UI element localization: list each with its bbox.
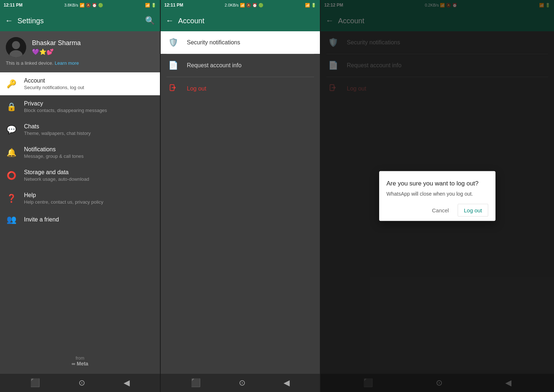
panel-settings: 12:11 PM 3.8KB/s 📶 🔕 ⏰ 🟢 📶 🔋 ← Settings … [0,0,160,392]
nav-square-icon-2[interactable]: ⬛ [191,378,201,388]
status-data-2: 2.0KB/s 📶 🔕 ⏰ 🟢 [225,3,264,8]
dialog-title: Are you sure you want to log out? [386,180,488,187]
nav-square-icon[interactable]: ⬛ [30,378,40,388]
request-text: Request account info [187,62,241,69]
account-item-request[interactable]: 📄 Request account info [161,54,320,77]
top-bar-account: ← Account [161,10,320,31]
settings-item-notifications[interactable]: 🔔 Notifications Message, group & call to… [0,141,160,164]
account-screen-title: Account [178,17,315,25]
status-icons-1: 3.8KB/s 📶 🔕 ⏰ 🟢 [64,3,104,8]
profile-emoji: 💜⭐💕 [32,48,81,55]
help-subtitle: Help centre, contact us, privacy policy [24,199,103,205]
top-bar-settings: ← Settings 🔍 [0,10,160,31]
logout-text: Log out [187,85,206,92]
search-button-1[interactable]: 🔍 [145,16,155,25]
privacy-icon: 🔒 [7,102,16,112]
settings-item-privacy[interactable]: 🔒 Privacy Block contacts, disappearing m… [0,95,160,118]
learn-more-link[interactable]: Learn more [55,60,79,66]
dialog-logout-button[interactable]: Log out [458,204,488,217]
account-item-logout[interactable]: Log out [161,77,320,100]
help-title: Help [24,192,103,199]
avatar [6,37,26,57]
account-title: Account [24,77,84,84]
logout-dialog: Are you sure you want to log out? WhatsA… [379,171,495,221]
privacy-title: Privacy [24,100,107,107]
notifications-title: Notifications [24,146,84,153]
linked-device-text: This is a linked device. Learn more [6,60,154,68]
status-bar-2: 12:11 PM 2.0KB/s 📶 🔕 ⏰ 🟢 📶 🔋 [161,0,320,10]
status-time-2: 12:11 PM [164,3,183,8]
meta-footer: from ∞ Meta [0,348,160,374]
panel-account: 12:11 PM 2.0KB/s 📶 🔕 ⏰ 🟢 📶 🔋 ← Account 🛡… [160,0,320,392]
invite-icon: 👥 [7,215,16,224]
settings-item-help[interactable]: ❓ Help Help centre, contact us, privacy … [0,187,160,210]
network-speed-1: 3.8KB/s [64,3,79,7]
account-list: 🛡️ Security notifications 📄 Request acco… [161,31,320,203]
bottom-nav-2: ⬛ ⊙ ◀ [161,374,320,392]
storage-subtitle: Network usage, auto-download [24,176,89,182]
settings-title: Settings [17,17,141,25]
status-time-1: 12:11 PM [4,3,23,8]
meta-logo: ∞ Meta [7,361,153,367]
status-bar-1: 12:11 PM 3.8KB/s 📶 🔕 ⏰ 🟢 📶 🔋 [0,0,160,10]
svg-point-1 [12,41,20,49]
storage-icon: ⭕ [7,171,16,180]
nav-home-icon-2[interactable]: ⊙ [239,378,245,388]
invite-title: Invite a friend [24,216,59,223]
back-button-2[interactable]: ← [166,16,174,25]
nav-back-icon[interactable]: ◀ [124,378,130,388]
profile-section[interactable]: Bhaskar Sharma 💜⭐💕 This is a linked devi… [0,31,160,72]
dialog-cancel-button[interactable]: Cancel [426,204,455,217]
nav-back-icon-2[interactable]: ◀ [284,378,290,388]
storage-title: Storage and data [24,169,89,176]
chats-icon: 💬 [7,125,16,135]
security-icon: 🛡️ [168,38,178,47]
request-icon: 📄 [168,61,178,70]
battery-icon-2: 📶 🔋 [305,3,316,8]
settings-item-storage[interactable]: ⭕ Storage and data Network usage, auto-d… [0,164,160,187]
notifications-subtitle: Message, group & call tones [24,153,84,159]
logout-icon [168,84,178,94]
settings-item-invite[interactable]: 👥 Invite a friend [0,210,160,229]
panel-account-dialog: 12:12 PM 0.2KB/s 📶 🔕 ⏰ 📶 🔋 ← Account 🛡️ … [320,0,554,392]
battery-icon-1: 📶 🔋 [145,3,156,8]
back-button-1[interactable]: ← [5,16,13,25]
privacy-subtitle: Block contacts, disappearing messages [24,108,107,113]
settings-item-chats[interactable]: 💬 Chats Theme, wallpapers, chat history [0,118,160,141]
help-icon: ❓ [7,194,16,203]
nav-home-icon[interactable]: ⊙ [79,378,85,388]
chats-subtitle: Theme, wallpapers, chat history [24,131,91,136]
bottom-nav-1: ⬛ ⊙ ◀ [0,374,160,392]
dialog-body: WhatsApp will close when you log out. [386,191,488,197]
account-item-security[interactable]: 🛡️ Security notifications [161,31,320,54]
chats-title: Chats [24,123,91,130]
account-subtitle: Security notifications, log out [24,85,84,90]
from-label: from [7,356,153,361]
security-text: Security notifications [187,39,240,46]
profile-name: Bhaskar Sharma [32,39,81,47]
notifications-icon: 🔔 [7,148,16,157]
settings-item-account[interactable]: 🔑 Account Security notifications, log ou… [0,72,160,95]
settings-list: 🔑 Account Security notifications, log ou… [0,72,160,229]
dialog-actions: Cancel Log out [386,204,488,217]
account-icon: 🔑 [7,79,16,89]
